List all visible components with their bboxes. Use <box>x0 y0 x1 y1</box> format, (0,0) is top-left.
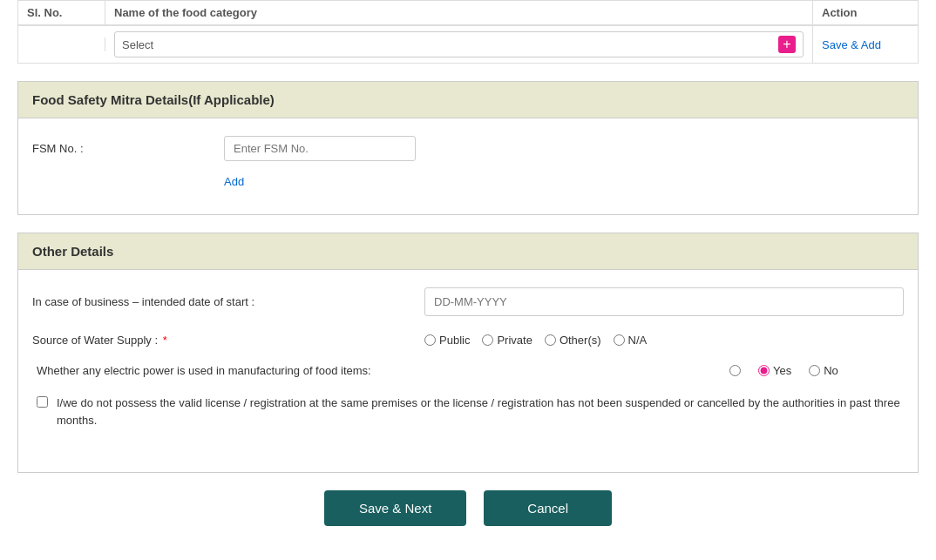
food-category-select-wrapper[interactable]: Select + <box>114 31 804 57</box>
button-row: Save & Next Cancel <box>0 473 936 552</box>
electric-power-label: Whether any electric power is used in ma… <box>32 364 729 377</box>
date-of-start-input[interactable] <box>424 287 904 316</box>
row-name-cell: Select + <box>105 26 813 63</box>
save-add-link[interactable]: Save & Add <box>822 38 881 51</box>
water-na-text: N/A <box>628 334 648 347</box>
electric-no-radio-label[interactable]: No <box>809 364 838 377</box>
date-of-start-row: In case of business – intended date of s… <box>32 287 904 316</box>
water-na-radio-label[interactable]: N/A <box>614 334 648 347</box>
row-action-cell: Save & Add <box>813 30 918 58</box>
electric-power-row: Whether any electric power is used in ma… <box>32 364 904 377</box>
water-private-radio[interactable] <box>482 334 493 346</box>
water-private-text: Private <box>497 334 532 347</box>
electric-no-text: No <box>824 364 838 377</box>
save-next-button[interactable]: Save & Next <box>324 490 466 526</box>
water-others-radio[interactable] <box>545 334 556 346</box>
fsm-no-input[interactable] <box>224 136 416 161</box>
declaration-checkbox-row: I/we do not possess the valid license / … <box>32 395 904 428</box>
water-others-text: Other(s) <box>560 334 601 347</box>
electric-empty-radio[interactable] <box>729 365 741 376</box>
electric-yes-text: Yes <box>773 364 791 377</box>
food-category-table: Sl. No. Name of the food category Action… <box>17 0 919 64</box>
declaration-checkbox[interactable] <box>37 396 48 408</box>
fsm-no-row: FSM No. : <box>32 136 904 161</box>
cancel-button[interactable]: Cancel <box>484 490 612 526</box>
col-name-header: Name of the food category <box>105 1 813 24</box>
table-header-row: Sl. No. Name of the food category Action <box>18 1 918 25</box>
page-wrapper: Sl. No. Name of the food category Action… <box>0 0 936 560</box>
row-sl-cell <box>18 37 105 51</box>
water-others-radio-label[interactable]: Other(s) <box>545 334 601 347</box>
fsm-section-title: Food Safety Mitra Details(If Applicable) <box>32 92 904 107</box>
fsm-no-label: FSM No. : <box>32 142 224 155</box>
electric-yes-radio-label[interactable]: Yes <box>758 364 791 377</box>
other-details-title: Other Details <box>32 244 904 259</box>
other-details-section-header: Other Details <box>17 233 919 270</box>
electric-yes-radio[interactable] <box>758 365 770 376</box>
fsm-section-header: Food Safety Mitra Details(If Applicable) <box>17 81 919 118</box>
water-private-radio-label[interactable]: Private <box>482 334 532 347</box>
electric-empty-radio-label[interactable] <box>729 365 741 376</box>
table-row: Select + Save & Add <box>18 25 918 63</box>
water-required-indicator: * <box>163 334 167 347</box>
water-public-radio[interactable] <box>424 334 436 346</box>
date-of-start-label: In case of business – intended date of s… <box>32 295 424 308</box>
water-public-text: Public <box>439 334 470 347</box>
col-action-header: Action <box>813 1 918 24</box>
fsm-section-body: FSM No. : Add <box>17 118 919 215</box>
select-plus-button[interactable]: + <box>778 36 796 53</box>
declaration-text: I/we do not possess the valid license / … <box>57 395 904 428</box>
water-na-radio[interactable] <box>614 334 625 346</box>
water-supply-label: Source of Water Supply : * <box>32 334 424 347</box>
other-details-body: In case of business – intended date of s… <box>17 270 919 473</box>
water-supply-row: Source of Water Supply : * Public Privat… <box>32 334 904 347</box>
water-supply-radio-group: Public Private Other(s) N/A <box>424 334 904 347</box>
electric-power-radio-group: Yes No <box>729 364 904 377</box>
fsm-add-link[interactable]: Add <box>224 175 904 188</box>
col-sl-header: Sl. No. <box>18 1 105 24</box>
electric-no-radio[interactable] <box>809 365 820 376</box>
water-public-radio-label[interactable]: Public <box>424 334 470 347</box>
select-placeholder-text: Select <box>122 38 153 51</box>
